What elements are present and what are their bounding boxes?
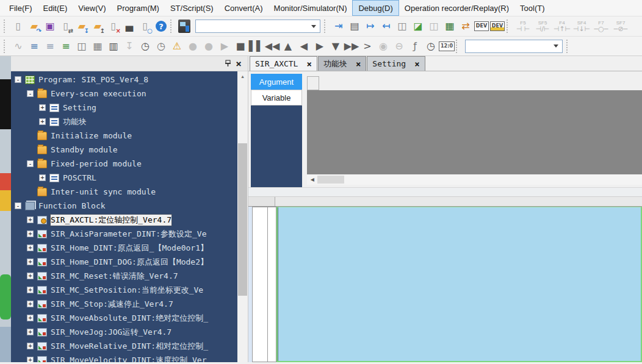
tree-item[interactable]: Standby module: [11, 143, 237, 157]
folder-import-icon[interactable]: ▰ ↧: [74, 19, 89, 34]
sf4-fall-contact-icon[interactable]: SF4 ⊣↓⊢: [572, 18, 591, 34]
device-window-2-icon[interactable]: DEV: [490, 19, 505, 34]
rung-comment-block[interactable]: [276, 207, 642, 362]
plc-comment-icon[interactable]: ▤: [347, 19, 362, 34]
tree-item[interactable]: Initialize module: [11, 129, 237, 143]
menu-item[interactable]: Operation recorder/Replay(R): [399, 0, 514, 16]
drag-tool-icon[interactable]: ↧: [122, 39, 137, 54]
menu-item[interactable]: File(F): [4, 0, 38, 16]
monitor-edit-icon[interactable]: ◪: [411, 19, 425, 34]
sync-transfer-icon[interactable]: ⇄: [458, 19, 473, 34]
scroll-left-icon[interactable]: [307, 174, 317, 185]
print-preview-icon[interactable]: ▯ ○: [138, 19, 153, 34]
menu-item[interactable]: Edit(E): [38, 0, 73, 16]
side-tab[interactable]: Argument: [251, 74, 302, 90]
tree-item[interactable]: + Setting: [11, 101, 237, 115]
pause-hand-icon[interactable]: ⊖: [392, 39, 406, 54]
tree-expander[interactable]: +: [27, 244, 34, 251]
tree-expander[interactable]: +: [27, 287, 34, 293]
tree-item[interactable]: - Every-scan execution: [11, 87, 237, 101]
tree-expander[interactable]: +: [27, 216, 34, 223]
tree-expander[interactable]: -: [15, 202, 21, 209]
tree-item[interactable]: + 功能块: [11, 115, 237, 129]
table-hscrollbar[interactable]: [307, 174, 642, 185]
tree-item[interactable]: Inter-unit sync module: [11, 185, 237, 199]
pc-download-icon[interactable]: ⇥: [331, 19, 346, 34]
menu-item[interactable]: Monitor/Simulator(N): [269, 0, 353, 16]
tree-item[interactable]: - Function Block: [11, 199, 237, 213]
tree-item[interactable]: + SIR_MoveAbsolute_DINT:绝对定位控制_: [11, 311, 237, 325]
file-delete-icon[interactable]: ▯ ×: [106, 19, 121, 34]
tree-scrollbar-thumb[interactable]: [238, 143, 247, 296]
step-down-icon[interactable]: ▼: [328, 39, 343, 54]
tree-item[interactable]: + SIR_Home_DINT:原点返回_【Mode0or1】: [11, 241, 237, 255]
step-over-icon[interactable]: >: [360, 39, 375, 54]
menu-item[interactable]: Convert(A): [219, 0, 269, 16]
side-tab[interactable]: Variable: [251, 90, 302, 105]
f4-rise-contact-icon[interactable]: F4 ⊣↑⊢: [553, 18, 571, 34]
document-tab[interactable]: SIR_AXCTL: [250, 56, 317, 71]
step-next-icon[interactable]: ▶: [312, 39, 327, 54]
record-icon[interactable]: ●: [186, 39, 200, 54]
document-tab[interactable]: Setting: [367, 56, 425, 71]
tree-expander[interactable]: +: [39, 118, 46, 125]
tree-expander[interactable]: +: [27, 357, 34, 362]
help-icon[interactable]: ?: [154, 19, 168, 34]
read-from-plc-icon[interactable]: ↤: [379, 19, 394, 34]
tree-expander[interactable]: +: [39, 104, 46, 111]
monitor-disabled-icon[interactable]: ◫: [427, 19, 441, 34]
tree-scrollbar[interactable]: [237, 71, 248, 362]
variable-list-icon[interactable]: ≡: [43, 39, 57, 54]
edit-list-icon[interactable]: ≡: [59, 39, 73, 54]
new-file-icon[interactable]: ▯: [11, 19, 26, 34]
verify-program-icon[interactable]: ◫: [395, 19, 409, 34]
tree-item[interactable]: + SIR_MoveJog:JOG运转_Ver4.7: [11, 325, 237, 339]
tree-item[interactable]: + POSCTRL: [11, 171, 237, 185]
f5-open-contact-icon[interactable]: F5 ⊣ ⊢: [514, 18, 532, 34]
online-edit-icon[interactable]: ƒ: [408, 39, 422, 54]
plc-usb-icon[interactable]: [178, 20, 190, 33]
pause-icon[interactable]: ▌▌: [249, 39, 264, 54]
tree-item[interactable]: + SIR_AXCTL:定位轴控制_Ver4.7: [11, 213, 237, 227]
menu-item[interactable]: Debug(D): [352, 0, 399, 16]
folder-lock-icon[interactable]: ▰ ↥: [90, 19, 105, 34]
save-convert-icon[interactable]: ▯ ⇄: [59, 19, 73, 34]
step-prev-icon[interactable]: ◀: [297, 39, 311, 54]
menu-item[interactable]: View(V): [73, 0, 111, 16]
continue-icon[interactable]: ◉: [376, 39, 391, 54]
tree-expander[interactable]: +: [27, 230, 34, 237]
sf7-negated-coil-icon[interactable]: SF7 ─⊘─: [611, 18, 630, 34]
step-up-icon[interactable]: ▲: [281, 39, 295, 54]
tab-close-icon[interactable]: [414, 59, 419, 69]
hscrollbar-thumb[interactable]: [317, 176, 344, 184]
device-window-icon[interactable]: DEV: [474, 19, 489, 34]
step-last-icon[interactable]: ▶▶: [344, 39, 359, 54]
stopwatch-icon[interactable]: ◷: [424, 39, 438, 54]
instruction-list-icon[interactable]: ≡: [27, 39, 41, 54]
f7-coil-icon[interactable]: F7 ─○─: [592, 18, 610, 34]
device-monitor-icon[interactable]: ▥: [106, 39, 121, 54]
tree-item[interactable]: + SIR_Home_DINT_DOG:原点返回【Mode2】: [11, 255, 237, 269]
tree-expander[interactable]: +: [27, 301, 34, 307]
save-icon[interactable]: ▣: [43, 19, 57, 34]
tree-item[interactable]: + SIR_MC_SetPosition:当前坐标更改_Ve: [11, 283, 237, 297]
document-tab[interactable]: 功能块: [318, 56, 366, 71]
tree-expander[interactable]: +: [27, 273, 34, 279]
play-icon[interactable]: ▶: [217, 39, 232, 54]
tree-item[interactable]: + SIR_AxisParameter_DINT:参数设定_Ve: [11, 227, 237, 241]
menu-item[interactable]: Tool(T): [514, 0, 550, 16]
tree-expander[interactable]: +: [27, 315, 34, 321]
tab-close-icon[interactable]: [306, 59, 311, 69]
tree-expander[interactable]: +: [27, 259, 34, 265]
send-to-plc-icon[interactable]: ↦: [363, 19, 378, 34]
pin-icon[interactable]: [222, 58, 233, 69]
tab-close-icon[interactable]: [356, 59, 361, 69]
step-first-icon[interactable]: ◀◀: [265, 39, 280, 54]
menu-item[interactable]: Program(M): [112, 0, 165, 16]
tree-expander[interactable]: -: [15, 76, 21, 83]
close-icon[interactable]: [233, 58, 244, 69]
tree-expander[interactable]: +: [27, 343, 34, 349]
clock-icon[interactable]: 12:0: [439, 39, 454, 54]
tree-item[interactable]: - Fixed-period module: [11, 157, 237, 171]
editor-combo[interactable]: [465, 40, 563, 53]
